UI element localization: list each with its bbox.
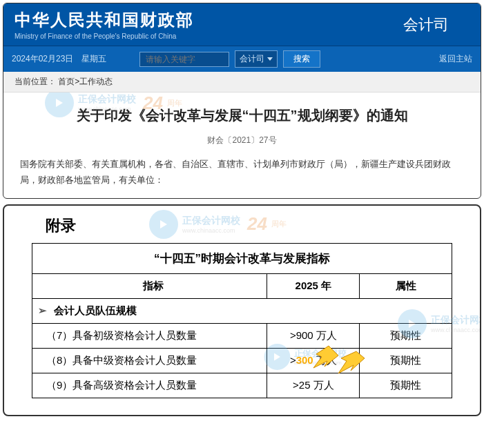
cell-attr: 预期性 xyxy=(360,348,452,373)
navbar: 2024年02月23日 星期五 会计司 搜索 返回主站 xyxy=(3,46,481,72)
section-row: ➢ 会计人员队伍规模 xyxy=(32,298,452,323)
breadcrumb-home[interactable]: 首页 xyxy=(58,77,75,86)
cell-indicator: （8）具备中级资格会计人员数量 xyxy=(32,348,267,373)
cell-value: >900 万人 xyxy=(267,323,360,348)
cell-value: >300 万人 xyxy=(267,348,360,373)
col-indicator: 指标 xyxy=(32,273,267,298)
col-year: 2025 年 xyxy=(267,273,360,298)
table-row: （7）具备初级资格会计人员数量 >900 万人 预期性 xyxy=(32,323,452,348)
cell-indicator: （9）具备高级资格会计人员数量 xyxy=(32,373,267,398)
table-title: “十四五”时期会计改革与发展指标 xyxy=(32,243,452,273)
search-input[interactable] xyxy=(139,52,229,67)
cell-attr: 预期性 xyxy=(360,323,452,348)
site-subtitle: Ministry of Finance of the People's Repu… xyxy=(14,32,194,40)
appendix-title: 附录 xyxy=(46,215,452,236)
chevron-down-icon xyxy=(267,57,273,61)
dept-name: 会计司 xyxy=(403,14,470,35)
cell-attr: 预期性 xyxy=(360,373,452,398)
cell-value: >25 万人 xyxy=(267,373,360,398)
site-title: 中华人民共和国财政部 xyxy=(14,9,194,31)
breadcrumb-label: 当前位置： xyxy=(14,77,56,86)
cell-indicator: （7）具备初级资格会计人员数量 xyxy=(32,323,267,348)
arrow-right-icon: ➢ xyxy=(38,304,47,317)
nav-date: 2024年02月23日 星期五 xyxy=(12,53,106,65)
article-title: 关于印发《会计改革与发展“十四五”规划纲要》的通知 xyxy=(20,106,464,125)
highlighted-number: 300 xyxy=(296,354,313,366)
appendix-panel: 正保会计网校 www.chinaacc.com 24 周年 正保会计网校 www… xyxy=(3,204,481,416)
return-link[interactable]: 返回主站 xyxy=(439,53,472,65)
article-body: 国务院有关部委、有关直属机构，各省、自治区、直辖市、计划单列市财政厅（局），新疆… xyxy=(20,156,464,188)
table-row: （8）具备中级资格会计人员数量 >300 万人 预期性 xyxy=(32,348,452,373)
breadcrumb: 当前位置： 首页>工作动态 xyxy=(3,72,481,92)
section-label: 会计人员队伍规模 xyxy=(54,304,137,316)
article-docnum: 财会〔2021〕27号 xyxy=(20,135,464,146)
table-title-row: “十四五”时期会计改革与发展指标 xyxy=(32,243,452,273)
breadcrumb-current[interactable]: 工作动态 xyxy=(79,77,113,86)
table-header-row: 指标 2025 年 属性 xyxy=(32,273,452,298)
article: 正保会计网校 www.chinaacc.com 24 周年 关于印发《会计改革与… xyxy=(3,92,481,198)
search-button[interactable]: 搜索 xyxy=(283,50,320,68)
scope-select[interactable]: 会计司 xyxy=(235,50,278,68)
site-header: 中华人民共和国财政部 Ministry of Finance of the Pe… xyxy=(3,3,481,46)
indicators-table: “十四五”时期会计改革与发展指标 指标 2025 年 属性 ➢ 会计人员队伍规模… xyxy=(32,243,452,398)
table-row: （9）具备高级资格会计人员数量 >25 万人 预期性 xyxy=(32,373,452,398)
gov-site-panel: 中华人民共和国财政部 Ministry of Finance of the Pe… xyxy=(3,3,481,199)
col-attr: 属性 xyxy=(360,273,452,298)
scope-label: 会计司 xyxy=(240,53,264,65)
